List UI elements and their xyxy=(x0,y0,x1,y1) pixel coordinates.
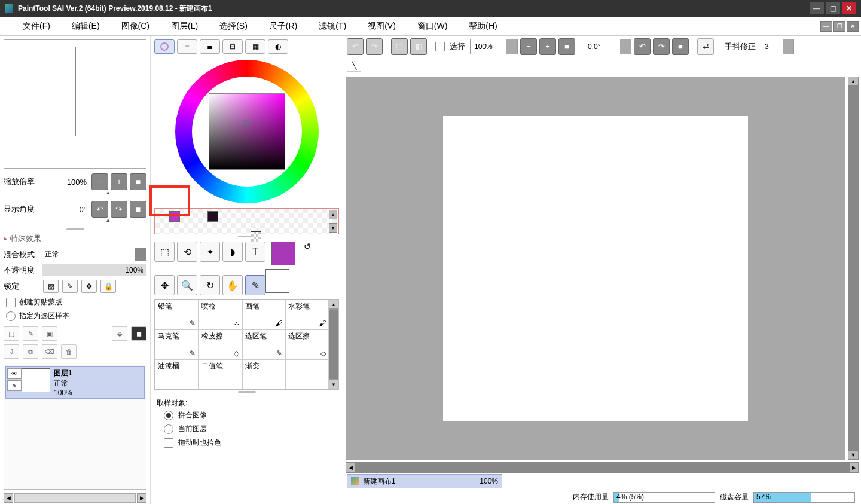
toolbar-zoom-select[interactable]: 100% xyxy=(470,39,518,54)
doc-close-button[interactable]: ✕ xyxy=(847,21,859,32)
rgb-slider-mode-button[interactable]: ≡ xyxy=(177,39,197,54)
brush-selpen[interactable]: 选区笔✎ xyxy=(242,329,286,359)
canvas-viewport[interactable] xyxy=(346,77,845,460)
maximize-button[interactable]: ▢ xyxy=(826,2,840,14)
sample-merged-radio[interactable] xyxy=(164,411,173,420)
brush-empty[interactable] xyxy=(285,359,329,389)
lock-all-button[interactable]: 🔒 xyxy=(100,280,116,293)
menu-view[interactable]: 视图(V) xyxy=(357,19,407,34)
brush-scroll-up[interactable]: ▲ xyxy=(329,300,338,309)
stabilizer-select[interactable]: 3 xyxy=(761,39,794,54)
minimize-button[interactable]: — xyxy=(810,2,824,14)
undo-button[interactable]: ↶ xyxy=(347,38,364,55)
gray-mode-button[interactable]: ⊟ xyxy=(222,39,243,54)
brush-binary[interactable]: 二值笔 xyxy=(199,359,242,389)
blend-mode-select[interactable]: 正常 xyxy=(42,248,146,261)
scratchpad-mode-button[interactable]: ◐ xyxy=(268,39,288,54)
swatches-mode-button[interactable]: ▦ xyxy=(245,39,265,54)
new-layer-button[interactable]: ▢ xyxy=(4,326,19,341)
doc-minimize-button[interactable]: — xyxy=(820,21,832,32)
zoom-out-button[interactable]: − xyxy=(91,173,108,190)
sample-current-radio[interactable] xyxy=(164,424,173,434)
brush-bucket[interactable]: 油漆桶 xyxy=(155,359,199,389)
bg-color[interactable] xyxy=(265,269,289,293)
scroll-left-button[interactable]: ◀ xyxy=(4,493,13,503)
background-swatch[interactable] xyxy=(207,211,218,222)
rotate-reset-button[interactable]: ■ xyxy=(130,201,146,218)
menu-layer[interactable]: 图层(L) xyxy=(160,19,209,34)
menu-help[interactable]: 帮助(H) xyxy=(458,19,508,34)
transparent-swatch[interactable] xyxy=(251,231,261,242)
document-tab[interactable]: 新建画布1 100% xyxy=(347,474,502,488)
brush-gradient[interactable]: 渐变 xyxy=(242,359,286,389)
clear-button[interactable]: ⌫ xyxy=(42,344,57,359)
toolbar-zoom-reset[interactable]: ■ xyxy=(558,38,575,55)
color-wheel-mode-button[interactable] xyxy=(154,39,175,54)
toolbar-rotate-ccw[interactable]: ↶ xyxy=(634,38,651,55)
fg-color[interactable] xyxy=(271,242,295,265)
brush-brush[interactable]: 画笔🖌 xyxy=(242,300,286,329)
toolbar-rotate-reset[interactable]: ■ xyxy=(672,38,689,55)
selection-source-radio[interactable] xyxy=(6,311,16,321)
layer-hscroll[interactable] xyxy=(14,493,136,503)
rect-select-tool[interactable]: ⬚ xyxy=(154,242,175,262)
close-button[interactable]: ✕ xyxy=(842,2,856,14)
vscroll-track[interactable] xyxy=(848,86,859,450)
doc-restore-button[interactable]: ❐ xyxy=(833,21,845,32)
hsv-slider-mode-button[interactable]: ≣ xyxy=(200,39,220,54)
hscroll-track[interactable] xyxy=(355,462,849,473)
move-tool[interactable]: ✥ xyxy=(154,275,175,295)
toolbar-zoom-out[interactable]: − xyxy=(520,38,537,55)
rotate-tool[interactable]: ↻ xyxy=(200,275,220,295)
line-tool-icon[interactable]: ╲ xyxy=(347,60,361,72)
foreground-swatch[interactable] xyxy=(169,211,180,222)
delete-layer-button[interactable]: 🗑 xyxy=(61,344,77,359)
brush-eraser[interactable]: 橡皮擦◇ xyxy=(199,329,242,359)
vscroll-down[interactable]: ▼ xyxy=(848,450,859,460)
menu-image[interactable]: 图像(C) xyxy=(111,19,160,34)
select-checkbox[interactable] xyxy=(435,42,445,51)
shape-tool[interactable]: ◗ xyxy=(222,242,243,262)
menu-window[interactable]: 窗口(W) xyxy=(407,19,459,34)
brush-watercolor[interactable]: 水彩笔🖌 xyxy=(285,300,329,329)
mask-button[interactable]: ◼ xyxy=(131,326,146,341)
transfer-button[interactable]: ⬙ xyxy=(112,326,127,341)
duplicate-button[interactable]: ⧉ xyxy=(23,344,38,359)
swatch-up-button[interactable]: ▲ xyxy=(329,210,337,219)
sv-picker[interactable] xyxy=(209,93,285,170)
sample-drag-checkbox[interactable] xyxy=(164,438,173,448)
zoom-slider[interactable] xyxy=(4,191,146,197)
scroll-right-button[interactable]: ▶ xyxy=(137,493,146,503)
deselect-button[interactable]: ⬚ xyxy=(391,38,408,55)
brush-scroll-track[interactable] xyxy=(329,309,338,380)
angle-slider[interactable] xyxy=(4,219,146,225)
toolbar-rotate-cw[interactable]: ↷ xyxy=(653,38,670,55)
menu-filter[interactable]: 滤镜(T) xyxy=(308,19,357,34)
visibility-icon[interactable]: 👁 xyxy=(7,368,22,379)
swatch-down-button[interactable]: ▼ xyxy=(329,223,337,233)
layer-item[interactable]: 👁 ✎ 图层1 正常 100% xyxy=(5,366,145,399)
swap-colors-button[interactable]: ↺ xyxy=(304,242,311,251)
invert-button[interactable]: ◧ xyxy=(410,38,427,55)
lock-pixels-button[interactable]: ▨ xyxy=(43,280,59,293)
brush-seleraser[interactable]: 选区擦◇ xyxy=(285,329,329,359)
toolbar-zoom-in[interactable]: + xyxy=(539,38,556,55)
menu-file[interactable]: 文件(F) xyxy=(12,19,61,34)
brush-scroll-down[interactable]: ▼ xyxy=(329,380,338,389)
eyedropper-tool[interactable]: ✎ xyxy=(245,275,265,295)
opacity-slider[interactable]: 100% xyxy=(42,264,146,276)
clipping-mask-checkbox[interactable] xyxy=(6,298,16,307)
lasso-tool[interactable]: ⟲ xyxy=(177,242,197,262)
redo-button[interactable]: ↷ xyxy=(366,38,383,55)
effects-header[interactable]: 特殊效果 xyxy=(0,231,150,246)
hand-tool[interactable]: ✋ xyxy=(222,275,243,295)
rotate-cw-button[interactable]: ↷ xyxy=(111,201,127,218)
canvas[interactable] xyxy=(443,116,748,421)
new-linework-button[interactable]: ✎ xyxy=(23,326,38,341)
hscroll-left[interactable]: ◀ xyxy=(346,462,355,473)
edit-icon[interactable]: ✎ xyxy=(7,380,22,391)
menu-select[interactable]: 选择(S) xyxy=(209,19,258,34)
wand-tool[interactable]: ✦ xyxy=(200,242,220,262)
menu-edit[interactable]: 编辑(E) xyxy=(61,19,111,34)
menu-ruler[interactable]: 尺子(R) xyxy=(258,19,308,34)
